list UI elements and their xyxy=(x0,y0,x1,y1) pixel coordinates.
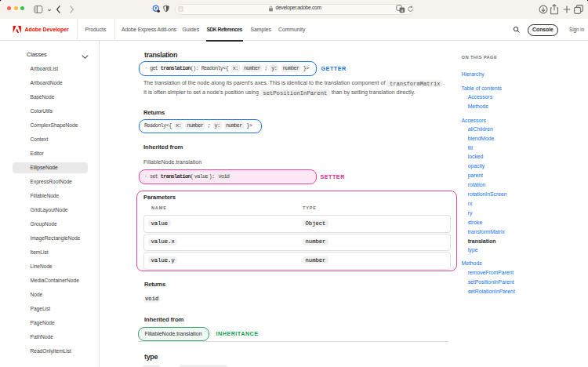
svg-text:a: a xyxy=(401,8,404,13)
